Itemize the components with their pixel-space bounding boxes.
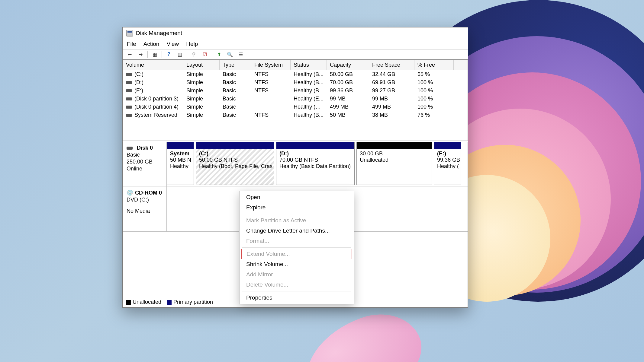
partition[interactable]: (E:)99.36 GBHealthy ( (434, 142, 461, 185)
toolbar-list-icon[interactable]: ☰ (237, 51, 245, 58)
volume-list: Volume Layout Type File System Status Ca… (123, 59, 468, 141)
toolbar-action-icon[interactable]: ⬆ (215, 51, 223, 58)
legend-unallocated: Unallocated (126, 299, 161, 305)
col-volume[interactable]: Volume (123, 60, 183, 70)
ctx-explore[interactable]: Explore (240, 202, 353, 213)
menu-view[interactable]: View (166, 41, 179, 47)
ctx-open[interactable]: Open (240, 192, 353, 202)
ctx-delete-volume: Delete Volume... (240, 280, 353, 290)
menu-file[interactable]: File (127, 41, 136, 47)
app-icon (126, 30, 133, 37)
volume-row[interactable]: System ReservedSimpleBasicNTFSHealthy (B… (123, 111, 468, 119)
titlebar[interactable]: Disk Management (123, 27, 468, 39)
ctx-change-letter[interactable]: Change Drive Letter and Paths... (240, 226, 353, 236)
volume-row[interactable]: (E:)SimpleBasicNTFSHealthy (B...99.36 GB… (123, 87, 468, 95)
partition[interactable]: 30.00 GBUnallocated (356, 142, 432, 185)
partition[interactable]: (C:)50.00 GB NTFSHealthy (Boot, Page Fil… (196, 142, 274, 185)
volume-row[interactable]: (Disk 0 partition 4)SimpleBasicHealthy (… (123, 103, 468, 111)
col-layout[interactable]: Layout (183, 60, 220, 70)
toolbar-options-icon[interactable]: ▧ (176, 51, 184, 58)
toolbar-grid-icon[interactable]: ▦ (151, 51, 159, 58)
cdrom-label[interactable]: 💿 CD-ROM 0 DVD (G:) No Media (123, 186, 167, 231)
col-pct[interactable]: % Free (414, 60, 454, 70)
disk-row-disk0: Disk 0 Basic 250.00 GB Online System50 M… (123, 142, 468, 186)
toolbar-zoom-icon[interactable]: 🔍 (226, 51, 234, 58)
volume-list-header: Volume Layout Type File System Status Ca… (123, 60, 468, 70)
nav-back-button[interactable]: ⬅ (126, 51, 134, 58)
disk0-label[interactable]: Disk 0 Basic 250.00 GB Online (123, 142, 167, 186)
toolbar-help-icon[interactable]: ? (165, 51, 173, 58)
context-menu: Open Explore Mark Partition as Active Ch… (239, 191, 354, 304)
menu-action[interactable]: Action (143, 41, 159, 47)
menubar: File Action View Help (123, 39, 468, 49)
col-free[interactable]: Free Space (369, 60, 414, 70)
volume-row[interactable]: (Disk 0 partition 3)SimpleBasicHealthy (… (123, 95, 468, 103)
ctx-add-mirror: Add Mirror... (240, 269, 353, 280)
toolbar-check-icon[interactable]: ☑ (201, 51, 209, 58)
ctx-shrink-volume[interactable]: Shrink Volume... (240, 259, 353, 269)
col-type[interactable]: Type (220, 60, 251, 70)
toolbar-refresh-icon[interactable]: ⚲ (190, 51, 198, 58)
partition[interactable]: (D:)70.00 GB NTFSHealthy (Basic Data Par… (276, 142, 355, 185)
col-status[interactable]: Status (291, 60, 327, 70)
ctx-extend-volume: Extend Volume... (241, 249, 352, 259)
ctx-format: Format... (240, 236, 353, 246)
ctx-properties[interactable]: Properties (240, 293, 353, 303)
menu-help[interactable]: Help (186, 41, 198, 47)
toolbar: ⬅ ➡ ▦ ? ▧ ⚲ ☑ ⬆ 🔍 ☰ (123, 49, 468, 59)
ctx-mark-active: Mark Partition as Active (240, 215, 353, 226)
legend-primary: Primary partition (167, 299, 213, 305)
window-title: Disk Management (136, 30, 182, 37)
col-capacity[interactable]: Capacity (327, 60, 369, 70)
volume-row[interactable]: (D:)SimpleBasicNTFSHealthy (B...70.00 GB… (123, 78, 468, 87)
partition[interactable]: System50 MB NHealthy (167, 142, 194, 185)
volume-row[interactable]: (C:)SimpleBasicNTFSHealthy (B...50.00 GB… (123, 70, 468, 78)
nav-forward-button[interactable]: ➡ (137, 51, 144, 58)
col-fs[interactable]: File System (251, 60, 291, 70)
